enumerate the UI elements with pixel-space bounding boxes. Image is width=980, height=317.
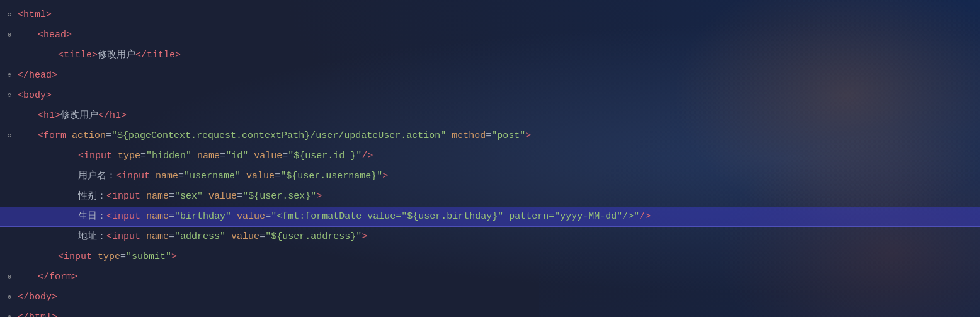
code-line-4: ⊖ </head> — [0, 66, 980, 86]
fold-icon-2: ⊖ — [5, 31, 14, 40]
line-content-9: 用户名：<input name="username" value="${user… — [18, 169, 975, 184]
bracket: > — [52, 290, 57, 305]
tag-name: html — [23, 8, 46, 23]
tag-name: form — [43, 129, 66, 144]
fold-indicator-8 — [5, 152, 15, 161]
fold-indicator-1[interactable]: ⊖ — [5, 11, 15, 20]
bracket: < — [38, 108, 43, 124]
fold-icon-11 — [5, 212, 14, 221]
fold-icon-3 — [5, 51, 14, 60]
attr-name-value: value — [237, 209, 265, 224]
fold-indicator-14[interactable]: ⊖ — [5, 273, 15, 282]
code-line-6: <h1>修改用户</h1> — [0, 106, 980, 126]
code-line-1: ⊖ <html> — [0, 5, 980, 25]
punct: = — [237, 189, 242, 204]
attr-value: "submit" — [126, 250, 171, 265]
text-content: 修改用户 — [60, 108, 98, 124]
line-content-12: 地址：<input name="address" value="${user.a… — [18, 229, 975, 245]
tag-name: input — [112, 209, 140, 224]
attr-name: type — [118, 149, 140, 164]
fold-indicator-4[interactable]: ⊖ — [5, 71, 15, 80]
line-content-3: <title>修改用户</title> — [18, 48, 975, 63]
fold-indicator-15[interactable]: ⊖ — [5, 293, 15, 302]
tag-name: input — [112, 189, 140, 204]
punct: = — [140, 149, 146, 164]
code-line-3: <title>修改用户</title> — [0, 45, 980, 66]
bracket: > — [46, 88, 52, 103]
bracket: < — [58, 48, 64, 63]
attr-value: "hidden" — [146, 149, 191, 164]
space — [203, 189, 208, 204]
attr-name: name — [146, 229, 169, 245]
tag-name: title — [64, 48, 92, 63]
attr-name: method — [452, 129, 486, 144]
fold-indicator-16[interactable]: ⊖ — [5, 313, 15, 317]
bracket: > — [72, 270, 77, 285]
space — [92, 250, 98, 265]
bracket: > — [175, 48, 181, 63]
punct: = — [282, 149, 288, 164]
bracket: < — [18, 8, 23, 23]
bracket: </ — [135, 48, 147, 63]
code-line-12: 地址：<input name="address" value="${user.a… — [0, 227, 980, 247]
punct: = — [178, 169, 184, 184]
space — [150, 169, 156, 184]
tag-name: html — [29, 310, 52, 317]
attr-value: "id" — [225, 149, 248, 164]
line-content-13: <input type="submit"> — [18, 250, 975, 265]
fold-indicator-6 — [5, 112, 15, 120]
bracket: < — [78, 149, 84, 164]
attr-name: value — [246, 169, 275, 184]
attr-value: "${user.id }" — [288, 149, 362, 164]
attr-name: value — [208, 189, 237, 204]
label-birthday: 生日： — [78, 209, 106, 224]
bracket: /> — [362, 149, 373, 164]
attr-name: value — [254, 149, 282, 164]
tag-name: input — [122, 169, 150, 184]
fold-icon-12 — [5, 233, 14, 241]
space — [191, 149, 197, 164]
code-editor: ⊖ <html> ⊖ <head> <title>修改用户</title> ⊖ … — [0, 0, 980, 317]
punct: = — [106, 129, 111, 144]
space — [248, 149, 254, 164]
fold-indicator-10 — [5, 192, 15, 201]
tag-name: form — [49, 270, 72, 285]
fold-indicator-5[interactable]: ⊖ — [5, 91, 15, 100]
code-line-8: <input type="hidden" name="id" value="${… — [0, 146, 980, 166]
code-line-15: ⊖ </body> — [0, 287, 980, 308]
attr-value: "post" — [491, 129, 525, 144]
tag-name: input — [112, 229, 140, 245]
bracket: > — [52, 310, 57, 317]
label-username: 用户名： — [78, 169, 116, 184]
line-content-2: <head> — [18, 28, 975, 43]
punct: = — [275, 169, 280, 184]
fold-icon-10 — [5, 192, 14, 201]
bracket: </ — [18, 68, 29, 83]
fold-indicator-12 — [5, 233, 15, 241]
fold-indicator-7[interactable]: ⊖ — [5, 132, 15, 141]
label-address: 地址： — [78, 229, 106, 245]
bracket: < — [38, 129, 43, 144]
punct: = — [486, 129, 491, 144]
attr-name: name — [146, 189, 169, 204]
space — [112, 149, 118, 164]
line-content-8: <input type="hidden" name="id" value="${… — [18, 149, 975, 164]
tag-name: head — [29, 68, 52, 83]
code-line-9: 用户名：<input name="username" value="${user… — [0, 166, 980, 187]
fold-indicator-13 — [5, 253, 15, 262]
bracket: > — [382, 169, 388, 184]
bracket: > — [121, 108, 127, 124]
bracket: </ — [18, 310, 29, 317]
punct: = — [120, 250, 126, 265]
line-content-7: <form action="${pageContext.request.cont… — [18, 129, 975, 144]
attr-name: name — [197, 149, 220, 164]
fold-indicator-9 — [5, 172, 15, 181]
bracket: > — [55, 108, 60, 124]
bracket: > — [92, 48, 98, 63]
code-line-5: ⊖ <body> — [0, 86, 980, 106]
punct: = — [259, 229, 265, 245]
fold-icon-14: ⊖ — [5, 273, 14, 282]
bracket: > — [525, 129, 531, 144]
fold-indicator-2[interactable]: ⊖ — [5, 31, 15, 40]
bracket: < — [116, 169, 122, 184]
